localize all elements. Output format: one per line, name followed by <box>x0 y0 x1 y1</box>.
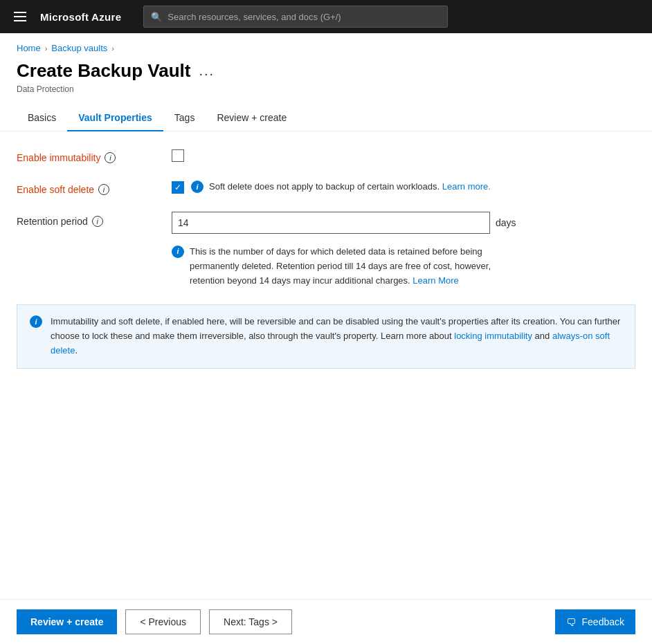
page-subtitle: Data Protection <box>0 84 652 105</box>
soft-delete-label-text: Enable soft delete <box>17 184 94 195</box>
search-icon: 🔍 <box>151 12 162 22</box>
main-content: Enable immutability i Enable soft delete… <box>0 131 652 599</box>
retention-label-text: Retention period <box>17 216 88 227</box>
topbar: Microsoft Azure 🔍 Search resources, serv… <box>0 0 652 33</box>
soft-delete-info-text: Soft delete does not apply to backup of … <box>209 180 491 194</box>
tab-basics[interactable]: Basics <box>17 105 67 131</box>
page-title: Create Backup Vault <box>17 60 190 82</box>
hamburger-menu[interactable] <box>11 9 29 24</box>
retention-unit: days <box>496 217 516 228</box>
retention-input[interactable] <box>172 212 490 234</box>
breadcrumb-sep-2: › <box>111 44 114 53</box>
retention-input-wrap: days <box>172 212 518 234</box>
retention-label: Retention period i <box>17 212 155 227</box>
soft-delete-control: ✓ i Soft delete does not apply to backup… <box>172 180 635 194</box>
form-row-soft-delete: Enable soft delete i ✓ i Soft delete doe… <box>17 180 635 195</box>
retention-info-icon[interactable]: i <box>92 216 103 227</box>
soft-delete-info: i Soft delete does not apply to backup o… <box>191 180 491 194</box>
retention-control: days i This is the number of days for wh… <box>172 212 518 288</box>
tab-vault-properties[interactable]: Vault Properties <box>67 105 163 131</box>
soft-delete-info-icon[interactable]: i <box>98 184 109 195</box>
retention-info-icon-blue: i <box>172 246 184 258</box>
page-header: Create Backup Vault ... <box>0 53 652 84</box>
tabs: Basics Vault Properties Tags Review + cr… <box>0 105 652 131</box>
search-bar[interactable]: 🔍 Search resources, services, and docs (… <box>143 6 448 28</box>
next-button[interactable]: Next: Tags > <box>209 609 292 634</box>
feedback-icon: 🗨 <box>566 616 577 628</box>
info-banner-icon: i <box>30 315 42 328</box>
locking-immutability-link[interactable]: locking immutability <box>454 331 532 341</box>
retention-learn-more-link[interactable]: Learn More <box>413 275 458 286</box>
immutability-checkbox[interactable] <box>172 149 184 162</box>
retention-info-box: i This is the number of days for which d… <box>172 245 518 288</box>
soft-delete-label: Enable soft delete i <box>17 180 155 195</box>
bottom-bar: Review + create < Previous Next: Tags > … <box>0 599 652 644</box>
page-more-button[interactable]: ... <box>199 63 215 79</box>
feedback-label: Feedback <box>582 616 624 627</box>
feedback-button[interactable]: 🗨 Feedback <box>555 609 635 634</box>
tab-review-create[interactable]: Review + create <box>206 105 298 131</box>
info-banner: i Immutability and soft delete, if enabl… <box>17 304 635 368</box>
immutability-label: Enable immutability i <box>17 148 155 163</box>
review-create-button[interactable]: Review + create <box>17 609 117 634</box>
tab-tags[interactable]: Tags <box>163 105 206 131</box>
immutability-label-text: Enable immutability <box>17 152 100 163</box>
retention-info-text: This is the number of days for which del… <box>190 245 518 288</box>
breadcrumb-backup-vaults[interactable]: Backup vaults <box>51 43 107 53</box>
form-row-immutability: Enable immutability i <box>17 148 635 163</box>
soft-delete-learn-more-link[interactable]: Learn more. <box>442 181 491 192</box>
soft-delete-info-icon-blue: i <box>191 181 203 193</box>
breadcrumb-home[interactable]: Home <box>17 43 41 53</box>
form-row-retention: Retention period i days i This is the nu… <box>17 212 635 288</box>
breadcrumb-sep-1: › <box>45 44 48 53</box>
soft-delete-checkbox[interactable]: ✓ <box>172 181 184 194</box>
info-banner-text: Immutability and soft delete, if enabled… <box>51 315 622 358</box>
brand-name: Microsoft Azure <box>40 11 121 23</box>
immutability-info-icon[interactable]: i <box>105 152 116 163</box>
breadcrumb: Home › Backup vaults › <box>0 33 652 53</box>
search-placeholder: Search resources, services, and docs (G+… <box>167 12 341 22</box>
immutability-control <box>172 148 635 162</box>
previous-button[interactable]: < Previous <box>125 609 201 634</box>
